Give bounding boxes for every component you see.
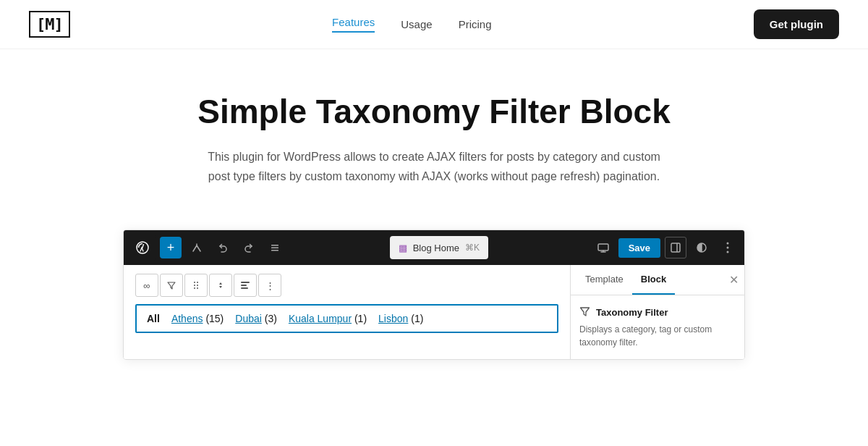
filter-dubai[interactable]: Dubai (3) — [235, 313, 277, 324]
filter-dubai-label: Dubai — [235, 313, 262, 324]
sidebar-tabs: Template Block ✕ — [571, 265, 744, 295]
sidebar-block-info: Taxonomy Filter Displays a category, tag… — [571, 295, 744, 359]
taxonomy-filter-icon — [579, 306, 590, 319]
sidebar-block-name: Taxonomy Filter — [596, 307, 668, 318]
svg-point-15 — [197, 287, 198, 289]
editor-sidebar: Template Block ✕ Taxonomy Filter Display… — [571, 265, 744, 359]
undo-button[interactable] — [212, 237, 234, 258]
block-drag-button[interactable] — [184, 274, 208, 297]
filter-block: All Athens (15) Dubai (3) Kuala Lumpur (… — [135, 304, 558, 333]
filter-kl-label: Kuala Lumpur — [289, 313, 352, 324]
svg-point-7 — [727, 243, 729, 245]
nav-links: Features Usage Pricing — [332, 16, 491, 33]
block-move-button[interactable] — [209, 274, 232, 297]
page-title-bar[interactable]: ▩ Blog Home ⌘K — [390, 236, 488, 259]
filter-lisbon[interactable]: Lisbon (1) — [378, 313, 423, 324]
filter-all[interactable]: All — [147, 313, 160, 324]
preview-button[interactable] — [592, 237, 614, 258]
svg-point-12 — [194, 285, 195, 286]
keyboard-shortcut: ⌘K — [465, 243, 480, 253]
svg-rect-4 — [598, 244, 608, 251]
nav-link-pricing[interactable]: Pricing — [459, 18, 492, 30]
block-more-button[interactable]: ⋮ — [258, 274, 281, 297]
editor-main-area: ∞ — [124, 265, 571, 359]
svg-rect-17 — [241, 285, 247, 286]
toolbar-right-actions: Save — [592, 237, 739, 258]
svg-rect-3 — [271, 250, 278, 251]
svg-point-9 — [727, 251, 729, 253]
editor-toolbar: + ▩ Blog H — [124, 230, 744, 265]
contrast-button[interactable] — [691, 237, 712, 258]
filter-dubai-count: (3) — [265, 313, 277, 324]
svg-rect-2 — [271, 248, 278, 249]
filter-athens-count: (15) — [205, 313, 224, 324]
block-toolbar: ∞ — [135, 274, 558, 297]
nav-link-features[interactable]: Features — [332, 16, 375, 33]
svg-point-8 — [727, 247, 729, 249]
list-view-button[interactable] — [264, 237, 286, 258]
tab-template[interactable]: Template — [576, 265, 632, 295]
filter-athens-label: Athens — [171, 313, 203, 324]
page-icon: ▩ — [399, 243, 407, 253]
svg-rect-1 — [271, 245, 278, 246]
block-align-button[interactable] — [234, 274, 257, 297]
wp-logo-button[interactable] — [129, 235, 156, 261]
editor-mockup: + ▩ Blog H — [123, 230, 745, 360]
nav-link-usage[interactable]: Usage — [401, 18, 432, 30]
sidebar-tabs-left: Template Block — [576, 265, 675, 295]
svg-rect-5 — [671, 243, 680, 252]
hero-section: Simple Taxonomy Filter Block This plugin… — [0, 49, 868, 208]
svg-point-10 — [194, 282, 195, 283]
get-plugin-button[interactable]: Get plugin — [754, 9, 839, 39]
svg-point-11 — [197, 282, 198, 283]
page-title: Blog Home — [413, 243, 459, 253]
svg-rect-16 — [241, 282, 250, 283]
svg-point-13 — [197, 285, 198, 286]
sidebar-block-description: Displays a category, tag or custom taxon… — [579, 323, 736, 349]
save-button[interactable]: Save — [618, 238, 660, 258]
editor-body: ∞ — [124, 265, 744, 359]
filter-lisbon-count: (1) — [411, 313, 423, 324]
sidebar-toggle-button[interactable] — [665, 237, 686, 258]
tools-button[interactable] — [186, 237, 208, 258]
svg-rect-18 — [241, 287, 248, 289]
sidebar-close-button[interactable]: ✕ — [729, 273, 739, 287]
main-nav: [M] Features Usage Pricing Get plugin — [0, 0, 868, 49]
hero-description: This plugin for WordPress allows to crea… — [195, 147, 673, 186]
block-link-button[interactable]: ∞ — [135, 274, 158, 297]
sidebar-block-header: Taxonomy Filter — [579, 306, 736, 319]
site-logo[interactable]: [M] — [29, 11, 70, 38]
redo-button[interactable] — [238, 237, 260, 258]
filter-kl-count: (1) — [354, 313, 367, 324]
add-block-button[interactable]: + — [160, 237, 182, 258]
svg-point-14 — [194, 287, 195, 289]
block-filter-icon-button[interactable] — [160, 274, 183, 297]
more-options-button[interactable] — [717, 237, 739, 258]
filter-lisbon-label: Lisbon — [378, 313, 408, 324]
nav-right: Get plugin — [754, 9, 839, 39]
tab-block[interactable]: Block — [632, 265, 675, 295]
filter-kuala-lumpur[interactable]: Kuala Lumpur (1) — [289, 313, 367, 324]
filter-athens[interactable]: Athens (15) — [171, 313, 224, 324]
hero-title: Simple Taxonomy Filter Block — [14, 93, 854, 131]
